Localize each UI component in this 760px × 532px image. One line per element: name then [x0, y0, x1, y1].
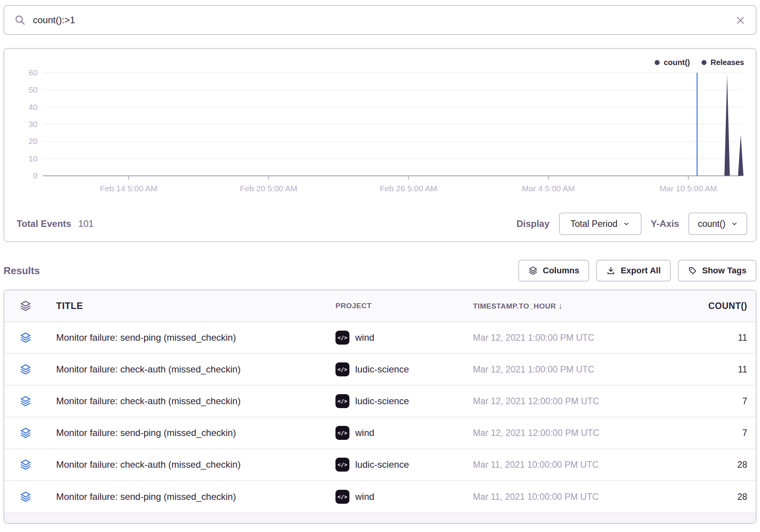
- timestamp-cell: Mar 12, 2021 12:00:00 PM UTC: [473, 428, 698, 438]
- count-cell: 28: [698, 460, 756, 470]
- count-cell: 11: [698, 364, 756, 375]
- total-events: Total Events 101: [17, 218, 94, 229]
- project-cell: </> wind: [335, 331, 473, 345]
- header-title[interactable]: TITLE: [47, 300, 335, 311]
- project-platform-icon: </>: [335, 362, 349, 376]
- display-dropdown-value: Total Period: [571, 219, 617, 229]
- svg-text:Feb 14 5:00 AM: Feb 14 5:00 AM: [100, 184, 157, 193]
- row-icon-cell: [4, 332, 47, 343]
- event-title-link[interactable]: Monitor failure: check-auth (missed_chec…: [47, 459, 335, 470]
- project-cell: </> ludic-science: [335, 394, 473, 408]
- timestamp-cell: Mar 12, 2021 12:00:00 PM UTC: [473, 396, 698, 407]
- svg-text:0: 0: [33, 171, 38, 180]
- table-row[interactable]: Monitor failure: send-ping (missed_check…: [4, 481, 756, 513]
- clear-search-icon[interactable]: [735, 15, 746, 26]
- download-icon: [606, 266, 616, 275]
- svg-text:Mar 10 5:00 AM: Mar 10 5:00 AM: [660, 184, 717, 193]
- yaxis-dropdown[interactable]: count(): [688, 213, 747, 235]
- layers-icon: [20, 395, 31, 407]
- results-header-row: Results Columns Export All: [3, 260, 757, 281]
- svg-text:40: 40: [29, 103, 38, 112]
- display-dropdown[interactable]: Total Period: [559, 213, 641, 235]
- row-icon-cell: [4, 427, 47, 439]
- events-chart[interactable]: 0102030405060Feb 14 5:00 AMFeb 20 5:00 A…: [4, 49, 756, 204]
- project-cell: </> ludic-science: [335, 458, 473, 472]
- project-name: ludic-science: [355, 364, 409, 375]
- row-icon-cell: [4, 364, 47, 375]
- results-heading: Results: [3, 265, 40, 277]
- header-count[interactable]: COUNT(): [698, 301, 756, 311]
- show-tags-button-label: Show Tags: [702, 266, 747, 276]
- results-actions: Columns Export All Show Tags: [518, 260, 757, 281]
- discover-page: count() Releases 0102030405060Feb 14 5:0…: [0, 0, 760, 524]
- event-title-link[interactable]: Monitor failure: check-auth (missed_chec…: [47, 396, 335, 407]
- results-table: TITLE PROJECT TIMESTAMP.TO_HOUR↓ COUNT()…: [3, 290, 757, 524]
- project-name: ludic-science: [355, 459, 409, 470]
- project-cell: </> wind: [335, 426, 473, 440]
- layers-icon: [20, 364, 31, 375]
- project-name: wind: [355, 332, 374, 343]
- project-name: wind: [355, 427, 374, 438]
- total-events-label: Total Events: [17, 218, 71, 229]
- project-name: wind: [355, 491, 374, 502]
- count-cell: 7: [698, 428, 756, 438]
- export-all-button[interactable]: Export All: [596, 260, 671, 281]
- table-row[interactable]: Monitor failure: send-ping (missed_check…: [4, 322, 756, 354]
- timestamp-cell: Mar 12, 2021 1:00:00 PM UTC: [473, 364, 698, 375]
- timestamp-cell: Mar 11, 2021 10:00:00 PM UTC: [473, 460, 698, 470]
- count-cell: 11: [698, 333, 756, 343]
- svg-text:Feb 26 5:00 AM: Feb 26 5:00 AM: [380, 184, 437, 193]
- count-cell: 28: [698, 492, 756, 502]
- total-events-value: 101: [78, 218, 94, 229]
- table-row[interactable]: Monitor failure: check-auth (missed_chec…: [4, 386, 756, 417]
- chart-summary-row: Total Events 101 Display Total Period Y-…: [17, 213, 747, 235]
- header-timestamp-label: TIMESTAMP.TO_HOUR: [473, 302, 556, 310]
- layers-icon: [20, 427, 31, 439]
- svg-text:Mar 4 5:00 AM: Mar 4 5:00 AM: [522, 184, 575, 193]
- layers-icon: [20, 332, 31, 343]
- project-platform-icon: </>: [335, 331, 349, 345]
- display-label: Display: [516, 218, 549, 229]
- search-bar: [3, 5, 757, 35]
- layers-icon: [528, 266, 538, 275]
- svg-text:20: 20: [29, 137, 38, 146]
- events-chart-panel: count() Releases 0102030405060Feb 14 5:0…: [3, 48, 757, 242]
- event-title-link[interactable]: Monitor failure: send-ping (missed_check…: [47, 491, 335, 502]
- search-input[interactable]: [33, 15, 735, 26]
- chevron-down-icon: [623, 220, 630, 227]
- svg-text:50: 50: [29, 85, 38, 94]
- sort-desc-icon: ↓: [558, 301, 563, 311]
- export-all-button-label: Export All: [621, 266, 660, 276]
- table-row[interactable]: Monitor failure: check-auth (missed_chec…: [4, 354, 756, 386]
- table-row[interactable]: Monitor failure: send-ping (missed_check…: [4, 417, 756, 449]
- project-cell: </> ludic-science: [335, 362, 473, 376]
- header-project[interactable]: PROJECT: [335, 302, 473, 310]
- event-title-link[interactable]: Monitor failure: check-auth (missed_chec…: [47, 364, 335, 375]
- svg-text:10: 10: [29, 154, 38, 163]
- project-platform-icon: </>: [335, 426, 349, 440]
- event-title-link[interactable]: Monitor failure: send-ping (missed_check…: [47, 332, 335, 343]
- chevron-down-icon: [731, 220, 738, 227]
- table-row[interactable]: Monitor failure: check-auth (missed_chec…: [4, 449, 756, 481]
- header-timestamp[interactable]: TIMESTAMP.TO_HOUR↓: [473, 301, 698, 311]
- count-cell: 7: [698, 396, 756, 407]
- row-icon-cell: [4, 491, 47, 503]
- chart-controls: Display Total Period Y-Axis count(): [516, 213, 747, 235]
- search-icon: [14, 14, 26, 26]
- timestamp-cell: Mar 12, 2021 1:00:00 PM UTC: [473, 333, 698, 343]
- project-cell: </> wind: [335, 490, 473, 504]
- event-title-link[interactable]: Monitor failure: send-ping (missed_check…: [47, 427, 335, 438]
- svg-text:60: 60: [29, 68, 38, 77]
- row-icon-cell: [4, 459, 47, 470]
- layers-icon: [20, 459, 31, 470]
- table-header-row: TITLE PROJECT TIMESTAMP.TO_HOUR↓ COUNT(): [4, 290, 756, 322]
- project-name: ludic-science: [355, 396, 409, 407]
- timestamp-cell: Mar 11, 2021 10:00:00 PM UTC: [473, 492, 698, 502]
- show-tags-button[interactable]: Show Tags: [678, 260, 757, 281]
- header-icon-cell[interactable]: [4, 300, 47, 312]
- svg-text:Feb 20 5:00 AM: Feb 20 5:00 AM: [240, 184, 297, 193]
- columns-button[interactable]: Columns: [518, 260, 589, 281]
- columns-button-label: Columns: [543, 266, 579, 276]
- tag-icon: [688, 266, 697, 275]
- project-platform-icon: </>: [335, 458, 349, 472]
